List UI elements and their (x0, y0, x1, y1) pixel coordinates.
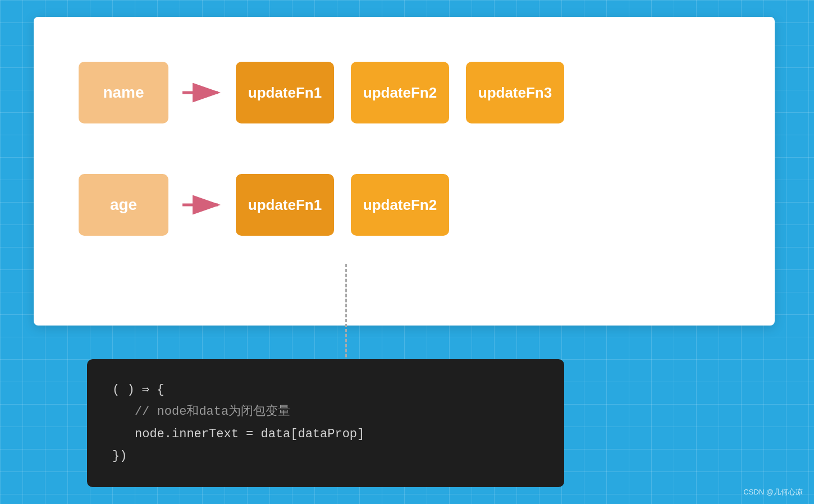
prop-label-name: name (103, 84, 144, 102)
arrow-age (180, 194, 225, 216)
prop-box-age: age (79, 174, 168, 236)
fn-box-age-1: updateFn1 (236, 174, 334, 236)
fn-label-name-1: updateFn1 (248, 84, 322, 102)
fn-box-age-2: updateFn2 (351, 174, 449, 236)
fn-box-name-2: updateFn2 (351, 62, 449, 123)
code-line-1: ( ) ⇒ { (112, 379, 539, 401)
fn-label-name-3: updateFn3 (478, 84, 552, 102)
code-line-4: }) (112, 445, 539, 468)
code-line-comment: // node和data为闭包变量 (112, 401, 539, 423)
fn-box-name-3: updateFn3 (466, 62, 564, 123)
watermark: CSDN @几何心凉 (743, 487, 803, 497)
fn-label-age-2: updateFn2 (363, 196, 437, 214)
arrow-name (180, 81, 225, 104)
fn-label-age-1: updateFn1 (248, 196, 322, 214)
diagram-row-age: age updateFn1 updateFn2 (79, 174, 449, 236)
prop-label-age: age (110, 196, 137, 214)
code-panel: ( ) ⇒ { // node和data为闭包变量 node.innerText… (87, 359, 564, 487)
code-line-3: node.innerText = data[dataProp] (112, 423, 539, 446)
diagram-row-name: name updateFn1 updateFn2 updat (79, 62, 564, 123)
prop-box-name: name (79, 62, 168, 123)
fn-box-name-1: updateFn1 (236, 62, 334, 123)
fn-label-name-2: updateFn2 (363, 84, 437, 102)
diagram-panel: name updateFn1 updateFn2 updat (34, 17, 775, 326)
